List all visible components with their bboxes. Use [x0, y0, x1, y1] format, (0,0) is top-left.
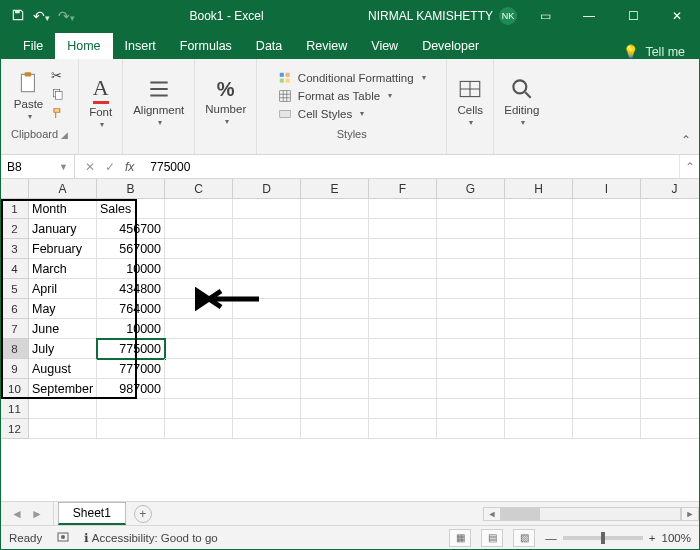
cell[interactable] — [97, 419, 165, 439]
cell[interactable] — [641, 299, 699, 319]
cell[interactable] — [641, 259, 699, 279]
cell[interactable] — [573, 379, 641, 399]
cell[interactable] — [369, 419, 437, 439]
cell[interactable] — [437, 419, 505, 439]
cell[interactable] — [369, 339, 437, 359]
cell[interactable] — [233, 419, 301, 439]
cell[interactable] — [369, 319, 437, 339]
cell[interactable] — [165, 299, 233, 319]
cell[interactable] — [641, 239, 699, 259]
column-header[interactable]: I — [573, 179, 641, 199]
cell[interactable] — [505, 319, 573, 339]
row-header[interactable]: 5 — [1, 279, 29, 299]
cell[interactable] — [641, 339, 699, 359]
cell[interactable] — [641, 319, 699, 339]
cell[interactable]: Month — [29, 199, 97, 219]
cell[interactable] — [233, 319, 301, 339]
cell[interactable] — [573, 299, 641, 319]
tab-file[interactable]: File — [11, 33, 55, 59]
cell[interactable] — [641, 199, 699, 219]
cell[interactable]: March — [29, 259, 97, 279]
column-header[interactable]: A — [29, 179, 97, 199]
cell[interactable]: September — [29, 379, 97, 399]
row-header[interactable]: 4 — [1, 259, 29, 279]
select-all-cells[interactable] — [1, 179, 29, 199]
cell[interactable] — [369, 379, 437, 399]
cell[interactable]: February — [29, 239, 97, 259]
cell[interactable] — [369, 239, 437, 259]
cell[interactable] — [505, 359, 573, 379]
cell[interactable] — [233, 399, 301, 419]
cell[interactable] — [165, 319, 233, 339]
accessibility-status[interactable]: ℹ Accessibility: Good to go — [84, 531, 217, 545]
cell[interactable] — [505, 279, 573, 299]
cell[interactable]: 987000 — [97, 379, 165, 399]
copy-icon[interactable] — [51, 87, 65, 103]
cell[interactable]: 567000 — [97, 239, 165, 259]
sheet-tab[interactable]: Sheet1 — [58, 502, 126, 525]
tab-scroll-left-icon[interactable]: ◄ — [11, 507, 23, 521]
cell[interactable] — [233, 279, 301, 299]
cell[interactable] — [29, 399, 97, 419]
cell[interactable] — [641, 219, 699, 239]
cell[interactable] — [233, 219, 301, 239]
avatar[interactable]: NK — [499, 7, 517, 25]
cell[interactable]: 456700 — [97, 219, 165, 239]
expand-formula-bar-icon[interactable]: ⌃ — [679, 155, 699, 178]
cell[interactable] — [301, 339, 369, 359]
cell[interactable] — [573, 359, 641, 379]
cell[interactable] — [165, 359, 233, 379]
cell[interactable] — [29, 419, 97, 439]
cut-icon[interactable]: ✂ — [51, 68, 65, 83]
cell[interactable] — [437, 259, 505, 279]
cell[interactable] — [165, 199, 233, 219]
cell[interactable] — [233, 259, 301, 279]
cell[interactable] — [301, 239, 369, 259]
cell[interactable]: 777000 — [97, 359, 165, 379]
cell[interactable] — [437, 239, 505, 259]
minimize-button[interactable]: — — [567, 1, 611, 31]
cell[interactable] — [233, 199, 301, 219]
cell[interactable] — [505, 299, 573, 319]
format-painter-icon[interactable] — [51, 107, 65, 123]
cell[interactable]: January — [29, 219, 97, 239]
cell[interactable]: 764000 — [97, 299, 165, 319]
cell[interactable] — [641, 419, 699, 439]
row-header[interactable]: 9 — [1, 359, 29, 379]
cell[interactable] — [437, 339, 505, 359]
cell[interactable] — [641, 359, 699, 379]
row-header[interactable]: 6 — [1, 299, 29, 319]
cell[interactable] — [369, 359, 437, 379]
undo-icon[interactable]: ↶▾ — [33, 8, 50, 24]
save-icon[interactable] — [11, 8, 25, 25]
cell[interactable] — [369, 259, 437, 279]
cell[interactable] — [437, 199, 505, 219]
row-header[interactable]: 7 — [1, 319, 29, 339]
redo-icon[interactable]: ↷▾ — [58, 8, 75, 24]
cell[interactable] — [573, 259, 641, 279]
cell[interactable] — [505, 219, 573, 239]
macro-record-icon[interactable] — [56, 530, 70, 546]
cell[interactable] — [505, 239, 573, 259]
row-header[interactable]: 1 — [1, 199, 29, 219]
enter-formula-icon[interactable]: ✓ — [105, 160, 115, 174]
cell[interactable] — [437, 279, 505, 299]
row-header[interactable]: 3 — [1, 239, 29, 259]
maximize-button[interactable]: ☐ — [611, 1, 655, 31]
cell[interactable] — [165, 379, 233, 399]
cell[interactable] — [369, 219, 437, 239]
cell[interactable]: April — [29, 279, 97, 299]
number-button[interactable]: %Number▾ — [205, 78, 246, 126]
cell[interactable] — [233, 379, 301, 399]
cell[interactable] — [641, 379, 699, 399]
tab-developer[interactable]: Developer — [410, 33, 491, 59]
cell[interactable] — [437, 299, 505, 319]
cell[interactable] — [233, 299, 301, 319]
page-break-view-icon[interactable]: ▧ — [513, 529, 535, 547]
cell[interactable] — [641, 279, 699, 299]
column-header[interactable]: D — [233, 179, 301, 199]
cell[interactable] — [505, 399, 573, 419]
column-header[interactable]: B — [97, 179, 165, 199]
zoom-level[interactable]: 100% — [662, 532, 691, 544]
cell[interactable] — [573, 319, 641, 339]
